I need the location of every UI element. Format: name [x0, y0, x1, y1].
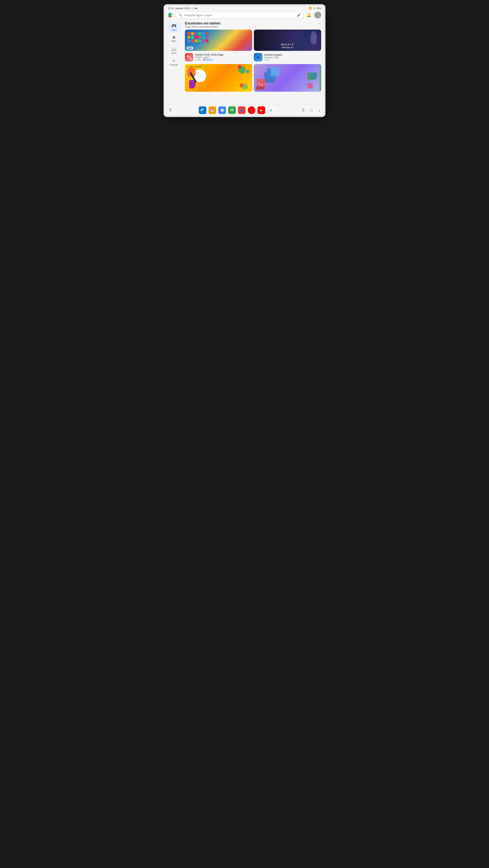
kids-icon: ☆: [172, 59, 175, 63]
time: 12:23: [168, 7, 174, 9]
indicators: □□□▶·: [192, 7, 198, 9]
dock-youtube-music[interactable]: ♪: [248, 106, 255, 114]
section-title-group: Excelentes em tablets Jogos ideais para …: [185, 22, 221, 28]
purple-card-art: [254, 64, 321, 92]
candy-crush-category: Puzzle • Jogo 3: [195, 56, 223, 59]
main-content: Excelentes em tablets Jogos ideais para …: [182, 20, 324, 105]
event-card-purple[interactable]: [254, 64, 321, 92]
event-banner: Evento especial: [185, 64, 321, 92]
sidebar-label-livros: Livros: [171, 52, 177, 54]
status-left: 12:23 sábado, 20/12 □□□▶·: [168, 7, 198, 9]
top-bar: 🔍 🎤 🔔: [165, 10, 324, 20]
date: sábado, 20/12: [175, 7, 191, 9]
candy-crush-details: Candy Crush Soda Saga Puzzle • Jogo 3 ★ …: [195, 53, 223, 61]
candy-crush-info[interactable]: 🍬 Candy Crush Soda Saga Puzzle • Jogo 3 …: [185, 53, 252, 61]
top-icons: 🔔: [306, 12, 321, 19]
candy-crush-icon: 🍬: [185, 53, 193, 61]
dock-clock[interactable]: 🕐: [218, 106, 226, 114]
user-avatar[interactable]: [314, 12, 321, 19]
genshin-name: Genshin Impact: [264, 53, 282, 56]
dock-youtube[interactable]: ▶: [258, 106, 265, 114]
candy-crush-thumbnail: 500+: [185, 30, 252, 51]
back-button[interactable]: ‹: [319, 108, 320, 113]
candy-crush-badge: 📅 Evento: [202, 59, 213, 61]
genshin-card[interactable]: ROSAS E PISTOLAS: [254, 30, 321, 51]
status-right: 📶 🔋 43%: [309, 7, 321, 9]
notification-bell[interactable]: 🔔: [306, 12, 312, 19]
apps-grid-button[interactable]: ⠿: [169, 107, 172, 113]
genshin-info[interactable]: ⚔ Genshin Impact Aventura • RPG ★ 4.1: [254, 53, 321, 61]
genshin-rating-value: 4.1: [266, 59, 269, 61]
games-icon: 🎮: [171, 23, 177, 28]
yellow-card-art: [185, 64, 252, 92]
candy-crush-rating: ★ 4.4 📅 Evento: [195, 59, 223, 61]
sidebar-label-apps: Apps: [171, 40, 176, 42]
status-bar: 12:23 sábado, 20/12 □□□▶· 📶 🔋 43%: [165, 6, 324, 10]
search-input[interactable]: [184, 13, 295, 17]
nav-bar: ⠿ 🌊 📅 🕐 🗺 👤 ♪ ▶ G ⠿ ○ ‹: [165, 105, 324, 115]
star-icon-2: ★: [264, 59, 266, 61]
section-title: Excelentes em tablets: [185, 22, 221, 25]
signal-icon: 📶: [309, 7, 312, 9]
candy-crush-rating-value: 4.4: [197, 59, 200, 61]
apps-icon: ⊞: [173, 35, 175, 39]
event-card-yellow[interactable]: Evento especial: [185, 64, 252, 92]
search-bar[interactable]: 🔍 🎤: [175, 12, 304, 18]
candy-crush-name: Candy Crush Soda Saga: [195, 53, 223, 56]
genshin-category: Aventura • RPG: [264, 56, 282, 59]
battery-percent: 43%: [316, 7, 321, 9]
candy-crush-card[interactable]: 500+: [185, 30, 252, 51]
event-badge: 📅 Evento: [202, 59, 213, 61]
dock-calendar[interactable]: 📅: [208, 106, 216, 114]
genshin-rating: ★ 4.1: [264, 59, 282, 61]
genshin-thumbnail: ROSAS E PISTOLAS: [254, 30, 321, 51]
dock-account[interactable]: 👤: [238, 106, 246, 114]
menu-button[interactable]: ⠿: [302, 108, 305, 113]
content-area: 🎮 Jogos ⊞ Apps 📖 Livros ☆ Crianças: [165, 20, 324, 105]
sidebar-label-criancas: Crianças: [170, 64, 178, 66]
sidebar-item-apps[interactable]: ⊞ Apps: [167, 34, 181, 44]
genshin-details: Genshin Impact Aventura • RPG ★ 4.1: [264, 53, 282, 61]
star-icon: ★: [195, 59, 197, 61]
genshin-icon: ⚔: [254, 53, 262, 61]
home-button[interactable]: ○: [311, 108, 313, 113]
app-info-row: 🍬 Candy Crush Soda Saga Puzzle • Jogo 3 …: [185, 53, 321, 61]
google-play-logo: [168, 12, 174, 18]
dock: 🌊 📅 🕐 🗺 👤 ♪ ▶ G: [199, 106, 275, 114]
section-header: Excelentes em tablets Jogos ideais para …: [185, 22, 321, 28]
search-icon: 🔍: [179, 13, 182, 17]
sidebar-label-jogos: Jogos: [171, 29, 177, 31]
sidebar-item-jogos[interactable]: 🎮 Jogos: [167, 22, 181, 33]
tablet-frame: 12:23 sábado, 20/12 □□□▶· 📶 🔋 43%: [164, 4, 325, 117]
screen: 12:23 sábado, 20/12 □□□▶· 📶 🔋 43%: [165, 6, 324, 115]
event-label: Evento especial: [186, 65, 202, 68]
battery-icon: 🔋: [313, 7, 316, 9]
section-subtitle: Jogos ideais para telas grandes: [185, 25, 221, 28]
dock-google[interactable]: G: [267, 106, 275, 114]
event-icon: 📅: [203, 59, 205, 61]
sidebar-item-criancas[interactable]: ☆ Crianças: [167, 57, 181, 68]
dock-maps[interactable]: 🗺: [228, 106, 236, 114]
books-icon: 📖: [171, 46, 177, 52]
featured-grid: 500+ ROSAS E PISTOLAS: [185, 30, 321, 51]
section-arrow[interactable]: →: [317, 22, 321, 26]
dock-edge[interactable]: 🌊: [199, 106, 206, 114]
sidebar-item-livros[interactable]: 📖 Livros: [167, 45, 181, 56]
mic-icon[interactable]: 🎤: [297, 13, 300, 17]
genshin-title-text: ROSAS E PISTOLAS: [281, 43, 294, 49]
sidebar: 🎮 Jogos ⊞ Apps 📖 Livros ☆ Crianças: [165, 20, 182, 105]
nav-buttons: ⠿ ○ ‹: [302, 108, 320, 113]
